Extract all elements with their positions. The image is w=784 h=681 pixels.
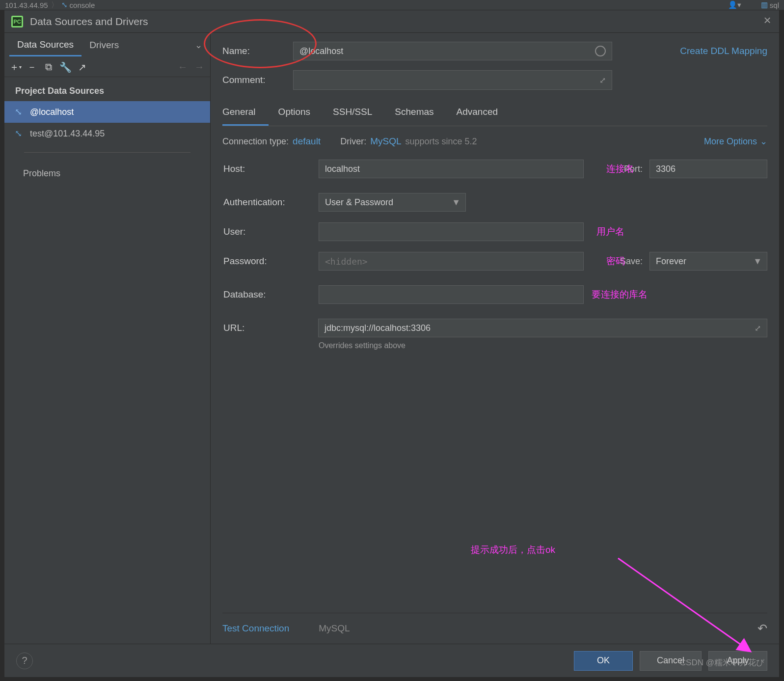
sidebar-toolbar: ＋▾ － ⧉ 🔧 ↗ ← → — [4, 57, 210, 77]
database-label: Database: — [223, 289, 312, 300]
breadcrumb-item[interactable]: 101.43.44.95 — [5, 1, 48, 9]
user-icon[interactable]: 👤▾ — [728, 0, 741, 9]
user-label: User: — [223, 226, 312, 237]
remove-icon[interactable]: － — [26, 61, 38, 73]
caret-down-icon: ▼ — [452, 197, 460, 208]
main-tabs: General Options SSH/SSL Schemas Advanced — [222, 100, 767, 126]
dialog-title: Data Sources and Drivers — [30, 16, 762, 27]
add-icon[interactable]: ＋▾ — [9, 61, 21, 73]
tab-drivers[interactable]: Drivers — [81, 35, 127, 55]
driver-name: MySQL — [319, 623, 350, 634]
driver-supports: supports since 5.2 — [406, 136, 477, 147]
password-label: Password: — [223, 256, 312, 267]
dialog-titlebar: PC Data Sources and Drivers × — [4, 10, 779, 33]
comment-label: Comment: — [222, 75, 286, 85]
color-circle-icon[interactable] — [595, 46, 606, 56]
save-select[interactable]: Forever ▼ — [649, 252, 767, 271]
close-icon[interactable]: × — [762, 17, 772, 27]
url-input[interactable]: jdbc:mysql://localhost:3306 ⤢ — [318, 319, 767, 337]
sidebar-tabs: Data Sources Drivers ⌄ — [4, 33, 210, 57]
dialog-footer: ? OK Cancel Apply — [4, 644, 779, 677]
caret-down-icon: ▼ — [753, 256, 762, 267]
create-ddl-link[interactable]: Create DDL Mapping — [680, 46, 767, 56]
db-icon: ⤡ — [13, 107, 23, 117]
test-connection-link[interactable]: Test Connection — [222, 620, 289, 637]
expand-icon[interactable]: ⤢ — [599, 76, 606, 85]
copy-icon[interactable]: ⧉ — [43, 61, 54, 73]
tab-options[interactable]: Options — [278, 100, 323, 126]
section-header: Project Data Sources — [4, 77, 210, 101]
datasource-item[interactable]: ⤡ test@101.43.44.95 — [4, 123, 210, 144]
conn-type-label: Connection type: — [222, 136, 289, 147]
back-icon[interactable]: ← — [177, 61, 189, 73]
cancel-button[interactable]: Cancel — [640, 651, 702, 671]
tab-data-sources[interactable]: Data Sources — [9, 34, 81, 56]
comment-input[interactable]: ⤢ — [293, 70, 612, 90]
tab-advanced[interactable]: Advanced — [457, 100, 511, 126]
password-input[interactable] — [319, 252, 584, 271]
chevron-down-icon[interactable]: ⌄ — [192, 37, 205, 54]
auth-select[interactable]: User & Password ▼ — [319, 193, 466, 212]
db-icon: ⤡ — [13, 128, 23, 139]
data-sources-dialog: PC Data Sources and Drivers × Data Sourc… — [4, 10, 780, 678]
driver-value[interactable]: MySQL — [370, 136, 401, 147]
tab-schemas[interactable]: Schemas — [395, 100, 446, 126]
problems-link[interactable]: Problems — [4, 161, 210, 187]
breadcrumb-item[interactable]: console — [70, 1, 95, 9]
export-icon[interactable]: ↗ — [76, 61, 88, 73]
expand-icon[interactable]: ⤢ — [755, 324, 761, 333]
user-input[interactable] — [319, 222, 584, 241]
main-panel: Name: @localhost Create DDL Mapping Comm… — [211, 33, 779, 644]
conn-type-value[interactable]: default — [293, 136, 321, 147]
annotation-success: 提示成功后，点击ok — [471, 544, 555, 556]
sql-icon[interactable]: ▥ — [761, 0, 768, 9]
name-input[interactable]: @localhost — [293, 42, 612, 60]
ide-breadcrumb: 101.43.44.95 〉 ⤡ console 👤▾ ▥ sql — [0, 0, 784, 10]
driver-label: Driver: — [340, 136, 366, 147]
divider — [24, 152, 190, 153]
chevron-down-icon: ⌄ — [760, 136, 767, 147]
help-button[interactable]: ? — [16, 653, 33, 669]
pycharm-icon: PC — [11, 16, 23, 27]
sidebar: Data Sources Drivers ⌄ ＋▾ － ⧉ 🔧 ↗ ← → Pr… — [4, 33, 211, 644]
tab-ssh-ssl[interactable]: SSH/SSL — [333, 100, 385, 126]
forward-icon[interactable]: → — [193, 61, 205, 73]
url-label: URL: — [223, 323, 311, 333]
datasource-label: @localhost — [30, 107, 74, 117]
annotation-user: 用户名 — [596, 225, 624, 238]
save-label: Save: — [620, 256, 643, 267]
apply-button[interactable]: Apply — [708, 651, 767, 671]
port-input[interactable] — [649, 160, 767, 178]
ok-button[interactable]: OK — [574, 651, 633, 671]
wrench-icon[interactable]: 🔧 — [59, 61, 71, 73]
revert-icon[interactable]: ↶ — [757, 622, 767, 635]
annotation-database: 要连接的库名 — [592, 288, 648, 301]
name-label: Name: — [222, 46, 286, 56]
datasource-label: test@101.43.44.95 — [30, 129, 105, 139]
datasource-item[interactable]: ⤡ @localhost — [4, 101, 210, 123]
host-input[interactable] — [319, 160, 584, 178]
override-note: Overrides settings above — [319, 341, 767, 350]
port-label: Port: — [624, 164, 643, 174]
more-options-link[interactable]: More Options ⌄ — [704, 136, 767, 147]
bottom-bar: Test Connection MySQL ↶ — [222, 613, 767, 644]
tab-general[interactable]: General — [222, 100, 269, 126]
database-input[interactable] — [319, 285, 584, 304]
host-label: Host: — [223, 163, 312, 174]
auth-label: Authentication: — [223, 197, 312, 208]
